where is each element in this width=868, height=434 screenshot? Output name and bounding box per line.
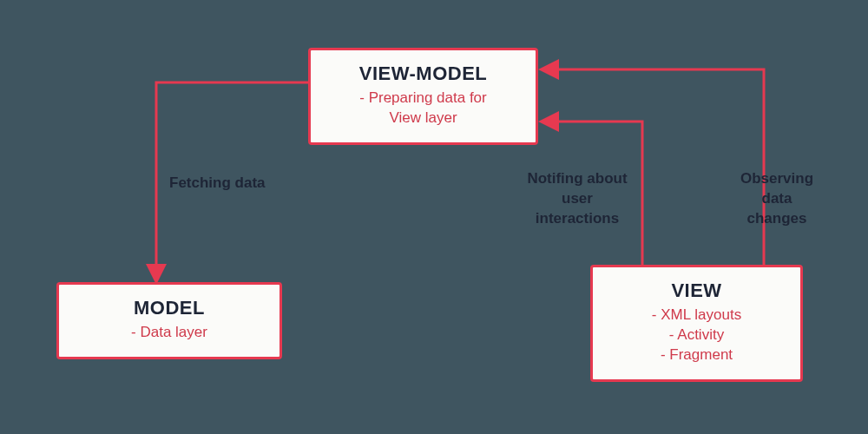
node-view: VIEW - XML layouts- Activity- Fragment [590, 265, 803, 382]
mvvm-diagram: VIEW-MODEL - Preparing data forView laye… [0, 0, 868, 434]
node-view-title: VIEW [602, 279, 792, 302]
node-model-desc: - Data layer [68, 323, 271, 343]
node-model: MODEL - Data layer [56, 282, 282, 359]
node-viewmodel-desc: - Preparing data forView layer [319, 89, 527, 128]
edge-label-observing: Observingdatachanges [729, 169, 825, 229]
node-model-title: MODEL [68, 297, 271, 319]
node-viewmodel: VIEW-MODEL - Preparing data forView laye… [308, 48, 538, 145]
edge-label-notifying: Notifing aboutuserinteractions [516, 169, 638, 229]
arrow-observing [543, 69, 764, 265]
node-viewmodel-title: VIEW-MODEL [319, 62, 527, 85]
node-view-desc: - XML layouts- Activity- Fragment [602, 306, 792, 365]
edge-label-fetching: Fetching data [169, 174, 291, 194]
